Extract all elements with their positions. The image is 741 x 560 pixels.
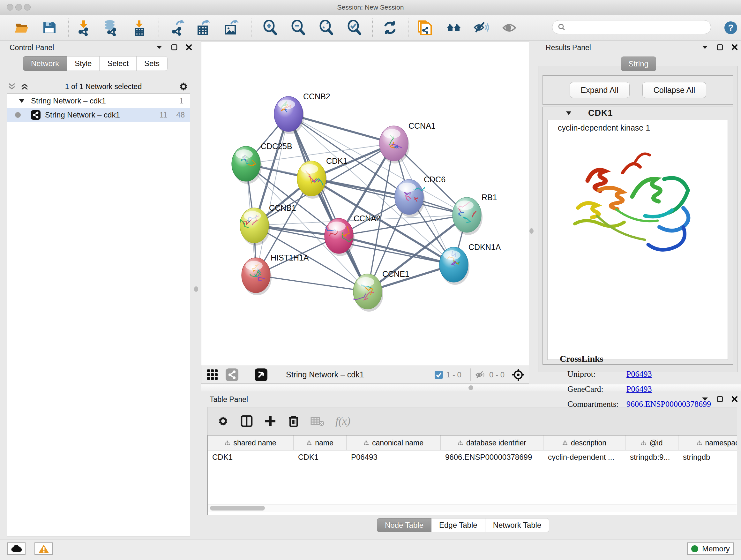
tab-network-table[interactable]: Network Table [485, 518, 549, 532]
zoom-out-icon[interactable] [290, 20, 306, 36]
detach-view-icon[interactable] [255, 368, 267, 381]
table-cell[interactable]: stringdb [678, 453, 737, 462]
scrollbar-thumb[interactable] [210, 506, 265, 510]
network-collection-row[interactable]: String Network – cdk1 1 [7, 94, 190, 108]
export-image-icon[interactable] [223, 20, 239, 36]
hide-selected-icon[interactable] [473, 20, 489, 36]
refresh-icon[interactable] [382, 20, 398, 36]
panel-float-icon[interactable] [717, 44, 723, 51]
network-node-RB1: RB1 [453, 193, 497, 235]
right-splitter-handle[interactable] [529, 228, 534, 234]
tab-edge-table[interactable]: Edge Table [431, 518, 485, 532]
network-canvas[interactable]: CCNB2CCNA1CDC25BCDK1CDC6RB1CCNB1CCNA2CDK… [201, 41, 529, 366]
tab-select[interactable]: Select [99, 56, 137, 71]
table-cell[interactable]: stringdb:9... [625, 453, 678, 462]
panel-float-icon[interactable] [171, 44, 178, 51]
column-header--id[interactable]: @id [625, 435, 678, 450]
expand-all-icon[interactable] [20, 83, 29, 90]
table-cell[interactable]: P06493 [347, 453, 441, 462]
network-options-gear-icon[interactable] [178, 81, 189, 92]
tab-network[interactable]: Network [23, 56, 67, 71]
panel-menu-icon[interactable] [701, 397, 709, 401]
table-cell[interactable]: 9606.ENSP00000378699 [441, 453, 543, 462]
crosslink-label: Uniprot: [560, 369, 626, 379]
table-cell[interactable]: CDK1 [208, 453, 293, 462]
zoom-selected-icon[interactable] [346, 20, 362, 36]
node-label-CDKN1A: CDKN1A [468, 243, 501, 252]
crosslink-link[interactable]: P06493 [626, 369, 652, 379]
table-row[interactable]: CDK1CDK1P064939606.ENSP00000378699cyclin… [208, 450, 737, 464]
expand-all-button[interactable]: Expand All [569, 82, 630, 98]
toolbar-separator [243, 368, 243, 381]
delete-column-trash-icon[interactable] [287, 415, 300, 428]
panel-close-icon[interactable] [186, 44, 192, 51]
birds-eye-icon[interactable] [512, 368, 525, 381]
column-header-database-identifier[interactable]: database identifier [441, 435, 543, 450]
save-session-icon[interactable] [42, 20, 57, 36]
splitter-handle[interactable] [468, 385, 473, 390]
table-cell[interactable]: CDK1 [293, 453, 347, 462]
zoom-in-icon[interactable] [262, 20, 278, 36]
table-options-gear-icon[interactable] [217, 415, 229, 428]
panel-menu-icon[interactable] [701, 45, 709, 50]
tab-string[interactable]: String [621, 57, 656, 71]
table-panel-title: Table Panel [210, 395, 248, 404]
memory-button[interactable]: Memory [687, 543, 734, 555]
column-header-canonical-name[interactable]: canonical name [347, 435, 441, 450]
warning-button[interactable] [35, 543, 53, 555]
export-network-icon[interactable] [170, 20, 186, 36]
first-neighbors-icon[interactable] [416, 20, 432, 36]
toolbar-search[interactable] [552, 20, 711, 34]
network-share-view-icon[interactable] [226, 368, 239, 381]
tab-node-table[interactable]: Node Table [377, 518, 431, 532]
node-label-CCNB1: CCNB1 [269, 203, 296, 212]
node-table[interactable]: shared namenamecanonical namedatabase id… [207, 435, 737, 515]
panel-close-icon[interactable] [731, 396, 738, 402]
open-file-icon[interactable] [14, 20, 30, 36]
column-header-description[interactable]: description [543, 435, 625, 450]
collapse-all-button[interactable]: Collapse All [643, 82, 706, 98]
tree-disclosure-icon[interactable] [19, 99, 24, 103]
column-header-namespace[interactable]: namespace [678, 435, 737, 450]
collapse-all-icon[interactable] [8, 83, 16, 90]
import-network-from-database-icon[interactable] [103, 20, 119, 36]
network-row-selected[interactable]: String Network – cdk1 11 48 [7, 108, 190, 122]
table-hscrollbar[interactable] [208, 504, 737, 512]
panel-menu-icon[interactable] [156, 45, 163, 50]
home-pages-icon[interactable] [446, 20, 462, 36]
network-view-toolbar: String Network – cdk1 1 - 0 0 - 0 [201, 366, 529, 384]
show-columns-icon[interactable] [240, 415, 253, 428]
crosslink-row: GeneCard:P06493 [560, 384, 726, 394]
selected-checkbox-icon[interactable] [434, 371, 443, 379]
network-selected-status: 1 of 1 Network selected [29, 82, 178, 91]
export-table-icon[interactable] [195, 20, 211, 36]
panel-float-icon[interactable] [717, 396, 723, 402]
network-node-CDC6: CDC6 [395, 175, 446, 217]
tab-style[interactable]: Style [67, 56, 99, 71]
card-disclosure-icon[interactable] [566, 111, 571, 115]
show-all-icon[interactable] [501, 20, 517, 36]
search-input[interactable] [568, 23, 704, 32]
panel-close-icon[interactable] [731, 44, 738, 51]
help-icon[interactable]: ? [724, 20, 738, 35]
tab-sets[interactable]: Sets [137, 56, 167, 71]
import-network-icon[interactable] [76, 20, 91, 36]
node-count: 11 [159, 111, 167, 119]
crosslink-link[interactable]: P06493 [626, 384, 652, 394]
delete-table-icon [311, 416, 325, 427]
column-header-shared-name[interactable]: shared name [208, 435, 293, 450]
memory-label: Memory [702, 544, 730, 553]
zoom-fit-icon[interactable] [318, 20, 334, 36]
network-view-title: String Network – cdk1 [286, 370, 434, 379]
network-node-CDKN1A: CDKN1A [440, 243, 501, 285]
import-table-icon[interactable] [131, 20, 147, 36]
add-column-icon[interactable] [264, 415, 277, 428]
cloud-button[interactable] [7, 543, 25, 555]
left-splitter-handle[interactable] [194, 287, 198, 292]
grid-view-icon[interactable] [206, 369, 219, 381]
column-header-name[interactable]: name [293, 435, 347, 450]
network-node-CDK1: CDK1 [297, 157, 347, 199]
protein-card-header[interactable]: CDK1 [543, 107, 733, 119]
table-cell[interactable]: cyclin-dependent ... [543, 453, 625, 462]
crosslink-label: GeneCard: [560, 384, 626, 394]
